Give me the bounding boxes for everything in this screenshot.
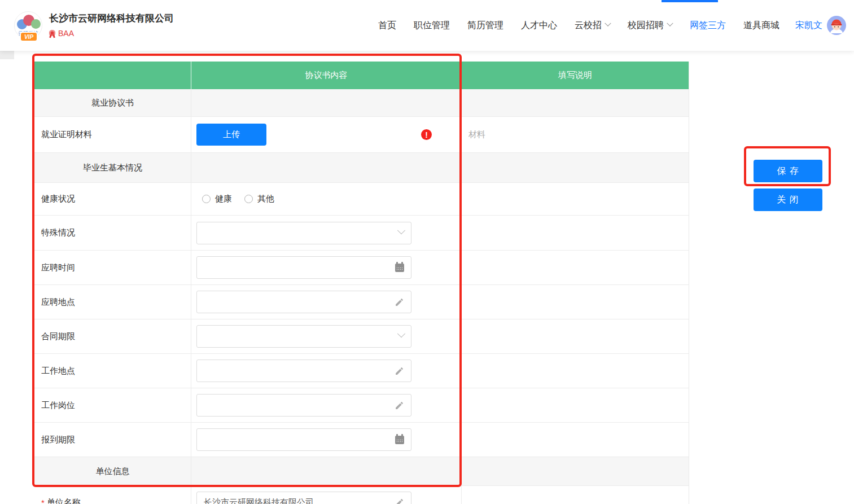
special-situation-select[interactable] (196, 222, 411, 244)
main-nav: 首页 职位管理 简历管理 人才中心 云校招 校园招聘 网签三方 道具商城 (378, 20, 779, 32)
nav-item-props-mall[interactable]: 道具商城 (743, 20, 779, 32)
health-radio-group: 健康 其他 (202, 194, 274, 204)
pencil-icon (395, 366, 404, 376)
scroll-corner (0, 51, 14, 59)
nav-item-online-sign[interactable]: 网签三方 (690, 20, 726, 32)
contract-term-select[interactable] (196, 325, 411, 348)
table-header-row: 协议书内容 填写说明 (34, 62, 689, 89)
fill-instruction-note: 材料 (468, 129, 485, 140)
balloon-green-icon (31, 19, 41, 29)
nav-item-jobs[interactable]: 职位管理 (414, 20, 450, 32)
calendar-icon (395, 436, 404, 444)
header-cell-fill-instructions: 填写说明 (462, 62, 689, 89)
radio-icon[interactable] (244, 195, 253, 203)
section-title: 单位信息 (41, 466, 191, 477)
chevron-down-icon (667, 20, 673, 26)
apply-place-input[interactable] (196, 291, 411, 313)
company-name-input[interactable]: 长沙市云研网络科技有限公司 (196, 492, 411, 504)
chevron-down-icon (397, 226, 405, 234)
section-title: 毕业生基本情况 (41, 163, 191, 173)
field-label: 工作地点 (34, 354, 191, 388)
field-label: 应聘地点 (34, 285, 191, 319)
field-row-work-post: 工作岗位 (34, 388, 689, 423)
field-row-health-status: 健康状况 健康 其他 (34, 183, 689, 216)
chevron-down-icon (605, 20, 611, 26)
error-exclamation-icon: ! (421, 129, 432, 140)
active-tab-indicator (662, 0, 718, 2)
work-post-input[interactable] (196, 394, 411, 417)
field-label: 健康状况 (34, 183, 191, 215)
field-row-apply-place: 应聘地点 (34, 285, 689, 319)
field-row-contract-term: 合同期限 (34, 319, 689, 354)
radio-icon[interactable] (202, 195, 211, 203)
chevron-down-icon (397, 330, 405, 338)
section-title: 就业协议书 (41, 98, 191, 108)
field-label: 应聘时间 (34, 251, 191, 284)
apply-time-datepicker[interactable] (196, 256, 411, 279)
pencil-icon (395, 401, 404, 410)
section-row-employment-agreement: 就业协议书 (34, 89, 689, 117)
required-asterisk: * (41, 498, 45, 504)
field-row-employment-proof: 就业证明材料 上传 ! 材料 (34, 117, 689, 153)
health-radio-other[interactable]: 其他 (244, 194, 274, 204)
nav-item-resumes[interactable]: 简历管理 (467, 20, 503, 32)
brand-block: 长沙市云研网络科技有限公司 BAA (49, 13, 174, 37)
vip-badge: VIP (20, 32, 38, 42)
field-row-report-deadline: 报到期限 (34, 423, 689, 457)
medal-icon (49, 30, 55, 36)
close-button[interactable]: 关 闭 (754, 189, 822, 211)
field-row-work-place: 工作地点 (34, 354, 689, 388)
calendar-icon (395, 264, 404, 272)
field-label: 工作岗位 (34, 388, 191, 422)
save-button[interactable]: 保 存 (754, 160, 822, 182)
company-grade-badge: BAA (58, 29, 74, 38)
pencil-icon (395, 498, 404, 504)
field-row-special-situation: 特殊情况 (34, 216, 689, 251)
user-name[interactable]: 宋凯文 (795, 20, 822, 32)
avatar[interactable] (827, 16, 846, 35)
field-label: 报到期限 (34, 423, 191, 457)
field-label: 特殊情况 (34, 216, 191, 250)
pencil-icon (395, 297, 404, 307)
company-logo: 云研科技 VIP (14, 11, 42, 40)
field-label: * 单位名称 (34, 486, 191, 504)
agreement-table: 协议书内容 填写说明 就业协议书 就业证明材料 上传 ! 材料 毕业生基本情况 … (34, 62, 689, 504)
section-row-graduate-info: 毕业生基本情况 (34, 153, 689, 183)
app-header: 云研科技 VIP 长沙市云研网络科技有限公司 BAA 首页 职位管理 简历管理 … (0, 0, 854, 51)
nav-item-talent-center[interactable]: 人才中心 (521, 20, 557, 32)
field-row-apply-time: 应聘时间 (34, 251, 689, 285)
work-place-input[interactable] (196, 360, 411, 382)
field-row-company-name: * 单位名称 长沙市云研网络科技有限公司 (34, 486, 689, 504)
field-label: 就业证明材料 (34, 117, 191, 152)
nav-item-home[interactable]: 首页 (378, 20, 396, 32)
header-cell-agreement-content: 协议书内容 (191, 62, 462, 89)
company-name: 长沙市云研网络科技有限公司 (49, 13, 174, 24)
upload-button[interactable]: 上传 (196, 124, 266, 146)
nav-item-cloud-campus[interactable]: 云校招 (575, 20, 610, 32)
user-area[interactable]: 宋凯文 (795, 16, 846, 35)
section-row-company-info: 单位信息 (34, 457, 689, 486)
nav-item-campus-recruit[interactable]: 校园招聘 (628, 20, 672, 32)
health-radio-healthy[interactable]: 健康 (202, 194, 232, 204)
field-label: 合同期限 (34, 319, 191, 353)
report-deadline-datepicker[interactable] (196, 428, 411, 451)
header-cell-empty (34, 62, 191, 89)
